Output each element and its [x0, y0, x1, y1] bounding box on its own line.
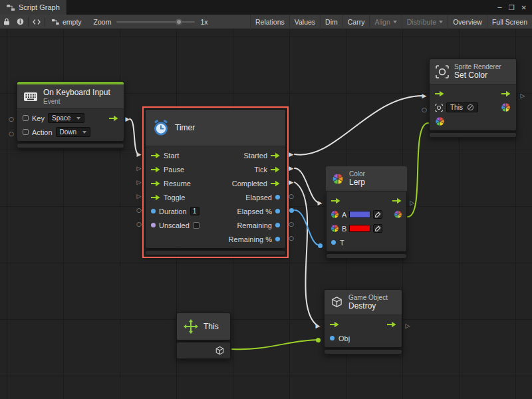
timer-elapsedpct-outer-port[interactable] [288, 207, 295, 213]
enter-port[interactable] [435, 90, 444, 97]
duration-input[interactable]: 1 [190, 207, 200, 215]
zoom-slider-thumb[interactable] [176, 19, 182, 25]
setcolor-exit-outer-port[interactable]: ▷ [519, 92, 526, 99]
destroy-enter-outer-port[interactable]: ▶ [315, 323, 321, 329]
wire-this-to-obj[interactable] [232, 340, 318, 349]
values-button[interactable]: Values [289, 15, 320, 29]
node-on-keyboard-input[interactable]: On Keyboard Input Event Key Space [17, 81, 124, 148]
code-ports-icon[interactable] [30, 15, 43, 29]
node-timer[interactable]: Timer Start Started Pause Tick Resume Co… [145, 109, 286, 255]
destroy-exit-outer-port[interactable]: ▷ [404, 323, 411, 329]
maximize-button[interactable]: ❐ [509, 4, 515, 11]
timer-duration-outer-port[interactable]: ○ [136, 207, 142, 213]
this-target-field[interactable]: This [446, 102, 478, 112]
node-this[interactable]: This [176, 313, 231, 359]
result-color-port[interactable] [394, 210, 402, 219]
carry-button[interactable]: Carry [342, 15, 370, 29]
key-port-label: Key [32, 114, 45, 122]
gameobject-output-port[interactable] [215, 346, 225, 356]
wire-completed-to-destroy[interactable] [295, 182, 318, 326]
minimize-button[interactable]: ─ [498, 4, 502, 11]
t-port[interactable] [331, 240, 336, 245]
script-graph-icon [7, 4, 15, 11]
color-input-port[interactable] [435, 116, 445, 126]
lock-icon[interactable] [0, 15, 13, 29]
remaining-port[interactable] [275, 223, 280, 227]
color-wheel-icon[interactable] [501, 102, 511, 112]
node-title: Destroy [348, 301, 388, 311]
key-outer-port[interactable]: ○ [8, 116, 15, 122]
tab-script-graph[interactable]: Script Graph [0, 0, 67, 15]
zoom-slider[interactable] [116, 21, 195, 23]
color-b-swatch[interactable] [349, 225, 370, 232]
timer-completed-outer-port[interactable]: ▶ [288, 179, 295, 186]
eyedropper-icon[interactable] [373, 210, 382, 219]
enter-port[interactable] [331, 198, 340, 204]
chevron-down-icon [439, 21, 443, 23]
action-port-label: Action [32, 128, 53, 136]
timer-elapsed-outer-port[interactable]: ○ [288, 193, 295, 200]
trigger-outer-port[interactable]: ▶ [124, 116, 131, 122]
distribute-button[interactable]: Distribute [402, 15, 448, 29]
timer-unscaled-outer-port[interactable]: ○ [136, 221, 142, 227]
keyboard-icon [23, 92, 38, 102]
wire-keyboard-to-timer-start[interactable] [130, 119, 139, 154]
timer-remainingpct-outer-port[interactable]: ○ [288, 235, 295, 241]
chevron-down-icon [82, 131, 86, 134]
graph-asset-breadcrumb[interactable]: empty [47, 18, 87, 26]
timer-started-outer-port[interactable]: ▶ [288, 151, 295, 158]
lerp-t-outer-port[interactable] [317, 242, 323, 249]
color-a-swatch[interactable] [349, 211, 370, 218]
close-button[interactable]: ✕ [521, 4, 527, 11]
lerp-exit-outer-port[interactable]: ▷ [409, 200, 416, 206]
node-category: Sprite Renderer [454, 63, 501, 70]
timer-remaining-outer-port[interactable]: ○ [288, 221, 295, 227]
timer-start-outer-port[interactable]: ▶ [136, 151, 142, 158]
node-color-lerp[interactable]: Color Lerp A [326, 166, 407, 259]
exit-port[interactable] [387, 321, 396, 328]
action-outer-port[interactable]: ○ [8, 130, 15, 137]
wire-started-to-setcolor[interactable] [295, 96, 423, 155]
exit-port[interactable] [501, 90, 511, 97]
lerp-enter-outer-port[interactable]: ▶ [317, 200, 323, 206]
duration-port[interactable] [151, 209, 156, 213]
timer-tick-outer-port[interactable]: ▶ [288, 165, 295, 172]
remaining-pct-label: Remaining % [229, 235, 272, 243]
eyedropper-icon[interactable] [373, 224, 382, 233]
resume-port[interactable] [151, 180, 160, 187]
fullscreen-button[interactable]: Full Screen [487, 15, 532, 29]
pause-port[interactable] [151, 166, 160, 173]
enter-port[interactable] [330, 321, 339, 328]
timer-toggle-outer-port[interactable]: ▷ [136, 193, 142, 200]
overview-button[interactable]: Overview [448, 15, 487, 29]
timer-clock-icon [152, 119, 170, 136]
node-destroy[interactable]: Game Object Destroy Obj [324, 289, 402, 354]
key-dropdown[interactable]: Space [48, 113, 84, 123]
obj-port[interactable] [330, 336, 334, 340]
graph-canvas[interactable]: On Keyboard Input Event Key Space [0, 29, 532, 399]
timer-pause-outer-port[interactable]: ▷ [136, 165, 142, 172]
start-port[interactable] [151, 152, 160, 159]
setcolor-enter-outer-port[interactable]: ▶ [421, 92, 428, 99]
align-button[interactable]: Align [369, 15, 401, 29]
toggle-port[interactable] [151, 194, 160, 201]
timer-resume-outer-port[interactable]: ▷ [136, 179, 142, 186]
tick-port[interactable] [271, 166, 280, 173]
destroy-obj-outer-port[interactable] [315, 336, 321, 343]
elapsed-pct-label: Elapsed % [237, 207, 272, 215]
completed-port[interactable] [271, 180, 280, 187]
started-port[interactable] [271, 152, 280, 159]
remaining-pct-port[interactable] [275, 237, 280, 241]
unscaled-checkbox[interactable] [193, 222, 200, 229]
dim-button[interactable]: Dim [320, 15, 342, 29]
unscaled-port[interactable] [151, 223, 156, 227]
trigger-out-port[interactable] [109, 115, 118, 122]
node-set-color[interactable]: Sprite Renderer Set Color This [429, 59, 517, 138]
relations-button[interactable]: Relations [250, 15, 289, 29]
exit-port[interactable] [392, 198, 402, 204]
elapsed-port[interactable] [275, 195, 280, 200]
action-dropdown[interactable]: Down [56, 127, 91, 137]
setcolor-this-outer-port[interactable]: ○ [421, 106, 428, 113]
info-icon[interactable] [13, 15, 27, 29]
elapsed-pct-port[interactable] [275, 209, 280, 213]
